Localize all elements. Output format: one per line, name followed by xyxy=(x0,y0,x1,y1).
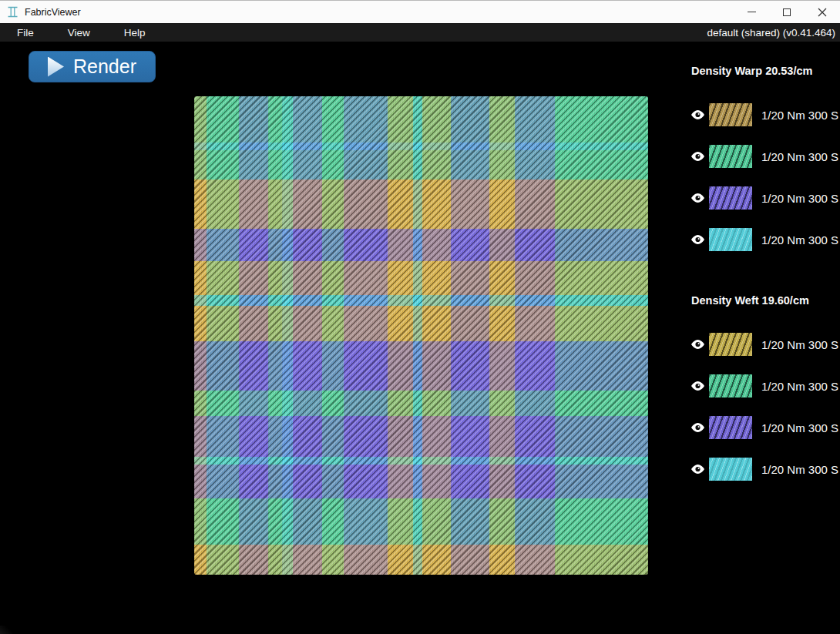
density-warp-header: Density Warp 20.53/cm xyxy=(691,65,812,77)
window-title: FabricViewer xyxy=(25,7,81,18)
visibility-eye-icon[interactable] xyxy=(691,235,704,244)
yarn-label: 1/20 Nm 300 S xyxy=(761,421,838,434)
weft-yarn-row-2: 1/20 Nm 300 S xyxy=(691,374,838,398)
yarn-label: 1/20 Nm 300 S xyxy=(761,338,838,351)
maximize-button[interactable] xyxy=(769,1,805,23)
corner-artifact xyxy=(0,626,12,634)
visibility-eye-icon[interactable] xyxy=(691,193,704,203)
visibility-eye-icon[interactable] xyxy=(691,465,704,474)
close-icon xyxy=(818,8,827,17)
visibility-eye-icon[interactable] xyxy=(691,340,704,349)
menu-help[interactable]: Help xyxy=(123,27,147,39)
yarn-swatch[interactable] xyxy=(709,103,752,126)
profile-version-label: default (shared) (v0.41.464) xyxy=(707,27,835,39)
play-icon xyxy=(48,57,64,77)
maximize-icon xyxy=(783,8,791,16)
yarn-swatch[interactable] xyxy=(709,228,752,251)
visibility-eye-icon[interactable] xyxy=(691,381,704,391)
minimize-icon xyxy=(748,12,756,12)
visibility-eye-icon[interactable] xyxy=(691,152,704,161)
density-weft-header: Density Weft 19.60/cm xyxy=(691,294,809,307)
minimize-button[interactable] xyxy=(734,1,769,23)
weft-yarn-row-3: 1/20 Nm 300 S xyxy=(691,416,838,439)
menubar: File View Help default (shared) (v0.41.4… xyxy=(0,23,840,42)
yarn-swatch[interactable] xyxy=(709,186,752,210)
warp-yarn-row-4: 1/20 Nm 300 S xyxy=(691,228,838,251)
fabric-preview[interactable] xyxy=(194,96,648,575)
yarn-label: 1/20 Nm 300 S xyxy=(761,150,838,163)
yarn-swatch[interactable] xyxy=(709,458,752,481)
warp-yarn-row-1: 1/20 Nm 300 S xyxy=(691,103,838,126)
window-controls xyxy=(734,1,840,23)
weft-yarn-row-1: 1/20 Nm 300 S xyxy=(691,333,838,356)
fabricviewer-logo-icon xyxy=(7,6,18,18)
close-button[interactable] xyxy=(805,1,840,23)
yarn-swatch[interactable] xyxy=(709,145,752,168)
render-label: Render xyxy=(73,57,136,76)
yarn-swatch[interactable] xyxy=(709,333,752,356)
menu-view[interactable]: View xyxy=(66,27,92,39)
visibility-eye-icon[interactable] xyxy=(691,110,704,119)
yarn-swatch[interactable] xyxy=(709,374,752,398)
yarn-label: 1/20 Nm 300 S xyxy=(761,463,838,476)
yarn-label: 1/20 Nm 300 S xyxy=(761,380,838,393)
yarn-label: 1/20 Nm 300 S xyxy=(761,192,838,205)
titlebar: FabricViewer xyxy=(0,0,840,23)
yarn-label: 1/20 Nm 300 S xyxy=(761,233,838,247)
menu-file[interactable]: File xyxy=(15,27,35,39)
warp-yarn-row-3: 1/20 Nm 300 S xyxy=(691,186,838,210)
visibility-eye-icon[interactable] xyxy=(691,423,704,432)
weft-yarn-row-4: 1/20 Nm 300 S xyxy=(691,458,838,481)
yarn-swatch[interactable] xyxy=(709,416,752,439)
warp-yarn-row-2: 1/20 Nm 300 S xyxy=(691,145,838,168)
yarn-label: 1/20 Nm 300 S xyxy=(761,109,838,122)
render-button[interactable]: Render xyxy=(29,51,156,82)
